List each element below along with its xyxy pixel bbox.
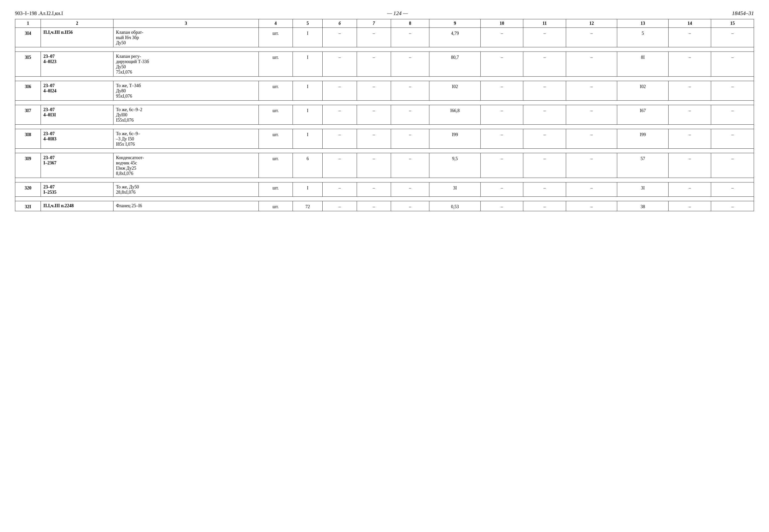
cell-row4-col10: – [480,105,523,125]
cell-row2-col15: – [711,52,754,77]
spacer-row [15,197,754,201]
cell-row7-col13: 3I [617,182,669,197]
header-right: 18454–31 [732,10,754,17]
spacer-row [15,149,754,153]
cell-row1-col1: 3I4 [15,28,41,47]
page-header: 903–I–198 .Ал.I2.I,кн.I — 124 — 18454–31 [15,10,754,17]
cell-row2-col13: 8I [617,52,669,77]
cell-row4-col3: То же, 6с–9–2 ДуI00 I55xI,076 [113,105,259,125]
cell-row6-col11: – [523,153,566,178]
cell-row7-col9: 3I [429,182,481,197]
cell-row1-col10: – [480,28,523,47]
cell-row5-col2: 23–07 4–0I83 [41,129,113,149]
cell-row3-col11: – [523,81,566,101]
cell-row8-col6: – [323,201,357,211]
cell-row6-col1: 3I9 [15,153,41,178]
table-row: 3I723–07 4–0I3IТо же, 6с–9–2 ДуI00 I55xI… [15,105,754,125]
table-row: 3I823–07 4–0I83То же, 6с–9– –3 Ду I50 I8… [15,129,754,149]
cell-row5-col1: 3I8 [15,129,41,149]
cell-row4-col7: – [357,105,391,125]
cell-row5-col4: шт. [259,129,293,149]
spacer-row [15,47,754,52]
cell-row1-col11: – [523,28,566,47]
table-row: 32IП.I,ч.III п.2248Фланец 25–I6шт.72–––0… [15,201,754,211]
table-row: 3I623–07 4–0I24То же, Т–34б Ду80 95xI,07… [15,81,754,101]
cell-row4-col1: 3I7 [15,105,41,125]
cell-row5-col5: I [293,129,322,149]
cell-row3-col12: – [566,81,617,101]
cell-row8-col11: – [523,201,566,211]
cell-row6-col8: – [391,153,429,178]
cell-row2-col2: 23–07 4–0I23 [41,52,113,77]
cell-row2-col7: – [357,52,391,77]
cell-row4-col5: I [293,105,322,125]
cell-row6-col4: шт. [259,153,293,178]
cell-row3-col4: шт. [259,81,293,101]
cell-row6-col12: – [566,153,617,178]
cell-row1-col4: шт. [259,28,293,47]
cell-row2-col1: 3I5 [15,52,41,77]
cell-row6-col2: 23–07 I–2367 [41,153,113,178]
cell-row7-col3: То же, Ду50 28,8xI,076 [113,182,259,197]
cell-row8-col9: 0,53 [429,201,481,211]
cell-row5-col6: – [323,129,357,149]
cell-row1-col3: Клапан обрат- ный I6ч 3бр Ду50 [113,28,259,47]
cell-row1-col6: – [323,28,357,47]
cell-row2-col3: Клапан регу- дирующий Т-33б Ду50 75xI,07… [113,52,259,77]
cell-row5-col7: – [357,129,391,149]
cell-row8-col13: 38 [617,201,669,211]
cell-row4-col14: – [668,105,711,125]
cell-row4-col6: – [323,105,357,125]
cell-row5-col13: I99 [617,129,669,149]
spacer-row [15,178,754,182]
cell-row2-col12: – [566,52,617,77]
col-header-7: 7 [357,19,391,28]
cell-row3-col9: I02 [429,81,481,101]
col-header-13: 13 [617,19,669,28]
cell-row7-col8: – [391,182,429,197]
cell-row7-col1: 320 [15,182,41,197]
cell-row7-col6: – [323,182,357,197]
cell-row8-col15: – [711,201,754,211]
table-row: 3I523–07 4–0I23Клапан регу- дирующий Т-3… [15,52,754,77]
cell-row1-col7: – [357,28,391,47]
cell-row1-col5: I [293,28,322,47]
cell-row4-col15: – [711,105,754,125]
cell-row8-col8: – [391,201,429,211]
cell-row3-col8: – [391,81,429,101]
cell-row1-col8: – [391,28,429,47]
table-row: 3I4П.I,ч.III п.II56Клапан обрат- ный I6ч… [15,28,754,47]
cell-row6-col5: 6 [293,153,322,178]
cell-row4-col4: шт. [259,105,293,125]
table-row: 32023–07 I–2535То же, Ду50 28,8xI,076шт.… [15,182,754,197]
header-center: — 124 — [387,10,408,17]
cell-row5-col15: – [711,129,754,149]
header-left: 903–I–198 .Ал.I2.I,кн.I [15,11,63,16]
cell-row7-col2: 23–07 I–2535 [41,182,113,197]
cell-row8-col1: 32I [15,201,41,211]
cell-row4-col12: – [566,105,617,125]
cell-row8-col3: Фланец 25–I6 [113,201,259,211]
cell-row2-col10: – [480,52,523,77]
col-header-4: 4 [259,19,293,28]
cell-row5-col3: То же, 6с–9– –3 Ду I50 I85x I,076 [113,129,259,149]
col-header-2: 2 [41,19,113,28]
cell-row6-col9: 9,5 [429,153,481,178]
cell-row4-col11: – [523,105,566,125]
cell-row7-col5: I [293,182,322,197]
cell-row1-col13: 5 [617,28,669,47]
cell-row2-col8: – [391,52,429,77]
spacer-row [15,101,754,105]
cell-row4-col8: – [391,105,429,125]
cell-row3-col15: – [711,81,754,101]
cell-row4-col13: I67 [617,105,669,125]
cell-row1-col2: П.I,ч.III п.II56 [41,28,113,47]
spacer-row [15,77,754,81]
cell-row4-col2: 23–07 4–0I3I [41,105,113,125]
cell-row7-col12: – [566,182,617,197]
cell-row8-col12: – [566,201,617,211]
col-header-6: 6 [323,19,357,28]
cell-row2-col9: 80,7 [429,52,481,77]
col-header-9: 9 [429,19,481,28]
cell-row4-col9: I66,8 [429,105,481,125]
